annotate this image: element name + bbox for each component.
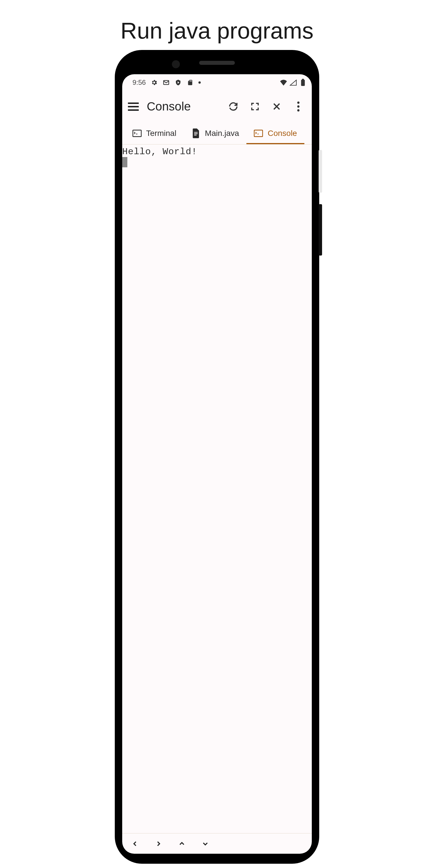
shield-play-icon [175, 79, 182, 86]
console-cursor [122, 157, 127, 167]
nav-down-button[interactable] [200, 838, 211, 849]
refresh-button[interactable] [228, 101, 239, 112]
svg-point-3 [297, 102, 300, 104]
console-line: Hello, World! [122, 147, 312, 157]
tab-files[interactable]: les [122, 122, 125, 144]
svg-rect-7 [254, 130, 263, 136]
tabs: les Terminal Main.java Console [122, 122, 312, 145]
phone-side-button [319, 204, 322, 255]
app-bar: Console [122, 91, 312, 122]
terminal-icon [132, 129, 142, 138]
file-icon [191, 129, 200, 138]
app-title: Console [147, 100, 191, 113]
tab-main-java[interactable]: Main.java [184, 122, 247, 144]
fullscreen-button[interactable] [250, 101, 260, 112]
sd-card-icon [186, 79, 194, 86]
close-button[interactable] [271, 101, 282, 112]
phone-screen: 9:56 [122, 74, 312, 854]
gear-icon [151, 79, 158, 86]
svg-rect-1 [301, 80, 305, 86]
svg-rect-2 [302, 79, 304, 80]
tab-label: Console [268, 129, 297, 138]
nav-right-button[interactable] [153, 838, 164, 849]
svg-rect-6 [133, 130, 141, 136]
status-right [280, 79, 307, 86]
wifi-icon [280, 79, 287, 86]
menu-button[interactable] [127, 100, 141, 113]
tab-console[interactable]: Console [246, 122, 304, 144]
bottom-nav [122, 833, 312, 854]
svg-point-4 [297, 105, 300, 107]
dot-icon [198, 82, 201, 84]
console-output[interactable]: Hello, World! [122, 145, 312, 833]
signal-icon [289, 79, 297, 86]
tab-label: Terminal [146, 129, 177, 138]
phone-frame: 9:56 [115, 50, 319, 864]
nav-left-button[interactable] [130, 838, 141, 849]
app-bar-actions [228, 101, 307, 112]
phone-side-button [319, 150, 322, 193]
status-bar: 9:56 [122, 74, 312, 91]
nav-up-button[interactable] [177, 838, 187, 849]
status-left: 9:56 [132, 79, 201, 87]
tab-label: Main.java [205, 129, 239, 138]
battery-icon [299, 79, 307, 86]
more-button[interactable] [293, 101, 304, 112]
svg-point-5 [297, 110, 300, 112]
phone-camera [172, 60, 180, 68]
phone-speaker [199, 61, 235, 65]
terminal-icon [254, 129, 263, 138]
mail-icon [162, 79, 170, 86]
page-title: Run java programs [0, 0, 434, 53]
tab-terminal[interactable]: Terminal [125, 122, 184, 144]
status-time: 9:56 [132, 79, 146, 87]
